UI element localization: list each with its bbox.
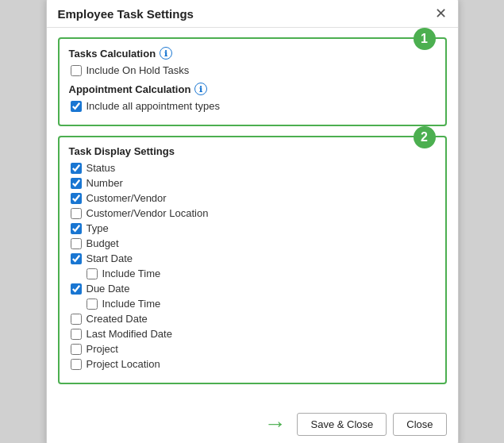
task-item-label[interactable]: Number xyxy=(87,177,123,189)
task-item-checkbox[interactable] xyxy=(71,283,82,295)
task-item-checkbox[interactable] xyxy=(71,178,82,189)
task-item-checkbox[interactable] xyxy=(71,314,82,325)
task-item-label[interactable]: Due Date xyxy=(87,283,130,295)
dialog-body: 1 Tasks Calculation ℹ Include On Hold Ta… xyxy=(47,28,458,403)
task-display-item: Budget xyxy=(71,237,436,249)
task-display-item: Created Date xyxy=(71,313,436,325)
task-item-label[interactable]: Project Location xyxy=(87,358,160,370)
task-display-section: 2 Task Display Settings StatusNumberCust… xyxy=(58,136,447,384)
task-item-checkbox[interactable] xyxy=(87,268,98,279)
close-button[interactable]: Close xyxy=(393,413,446,436)
task-display-item: Type xyxy=(71,222,436,234)
task-item-checkbox[interactable] xyxy=(71,329,82,340)
section1-badge: 1 xyxy=(414,28,436,50)
task-display-item: Due Date xyxy=(71,283,436,295)
arrow-icon: → xyxy=(264,411,286,437)
save-close-button[interactable]: Save & Close xyxy=(297,413,387,436)
task-display-items: StatusNumberCustomer/VendorCustomer/Vend… xyxy=(69,162,436,370)
task-item-checkbox[interactable] xyxy=(71,238,82,249)
include-on-hold-checkbox[interactable] xyxy=(71,65,82,76)
task-display-label: Task Display Settings xyxy=(69,145,436,157)
task-item-checkbox[interactable] xyxy=(71,193,82,204)
task-item-checkbox[interactable] xyxy=(71,223,82,234)
task-item-label[interactable]: Project xyxy=(87,343,118,355)
dialog-footer: → Save & Close Close xyxy=(47,403,458,443)
task-item-label[interactable]: Include Time xyxy=(102,268,161,279)
task-display-item: Status xyxy=(71,162,436,174)
section2-badge: 2 xyxy=(414,126,436,148)
task-display-item: Start Date xyxy=(71,252,436,264)
task-item-checkbox[interactable] xyxy=(71,253,82,264)
dialog-header: Employee Task Settings ✕ xyxy=(47,0,458,28)
tasks-calculation-info-icon[interactable]: ℹ xyxy=(160,47,172,60)
task-display-item: Include Time xyxy=(87,268,436,279)
task-display-item: Number xyxy=(71,177,436,189)
task-item-label[interactable]: Status xyxy=(87,162,116,174)
task-display-item: Project Location xyxy=(71,358,436,370)
task-display-item: Project xyxy=(71,343,436,355)
include-on-hold-row: Include On Hold Tasks xyxy=(71,64,436,76)
include-all-appointments-checkbox[interactable] xyxy=(71,101,82,112)
task-display-item: Include Time xyxy=(87,298,436,310)
dialog: Employee Task Settings ✕ 1 Tasks Calcula… xyxy=(46,0,459,443)
task-item-label[interactable]: Type xyxy=(87,222,109,234)
dialog-title: Employee Task Settings xyxy=(58,7,194,21)
task-item-label[interactable]: Budget xyxy=(87,237,119,249)
task-item-checkbox[interactable] xyxy=(71,359,82,370)
task-item-label[interactable]: Last Modified Date xyxy=(87,328,172,340)
task-item-label[interactable]: Customer/Vendor xyxy=(87,192,167,204)
task-display-item: Last Modified Date xyxy=(71,328,436,340)
task-item-label[interactable]: Created Date xyxy=(87,313,148,325)
task-item-checkbox[interactable] xyxy=(71,344,82,355)
task-item-checkbox[interactable] xyxy=(87,299,98,310)
task-item-checkbox[interactable] xyxy=(71,163,82,174)
include-all-appointments-row: Include all appointment types xyxy=(71,100,436,112)
task-item-label[interactable]: Include Time xyxy=(102,298,161,310)
task-item-label[interactable]: Customer/Vendor Location xyxy=(87,207,209,219)
appointment-calculation-info-icon[interactable]: ℹ xyxy=(194,83,207,95)
task-display-item: Customer/Vendor xyxy=(71,192,436,204)
tasks-calculation-label: Tasks Calculation ℹ xyxy=(69,47,436,60)
include-all-appointments-label[interactable]: Include all appointment types xyxy=(87,100,220,112)
task-display-item: Customer/Vendor Location xyxy=(71,207,436,219)
dialog-close-button[interactable]: ✕ xyxy=(435,6,447,21)
task-item-checkbox[interactable] xyxy=(71,208,82,219)
include-on-hold-label[interactable]: Include On Hold Tasks xyxy=(87,64,190,76)
tasks-calculation-section: 1 Tasks Calculation ℹ Include On Hold Ta… xyxy=(58,37,447,126)
task-item-label[interactable]: Start Date xyxy=(87,252,133,264)
appointment-calculation-label: Appointment Calculation ℹ xyxy=(69,83,436,95)
